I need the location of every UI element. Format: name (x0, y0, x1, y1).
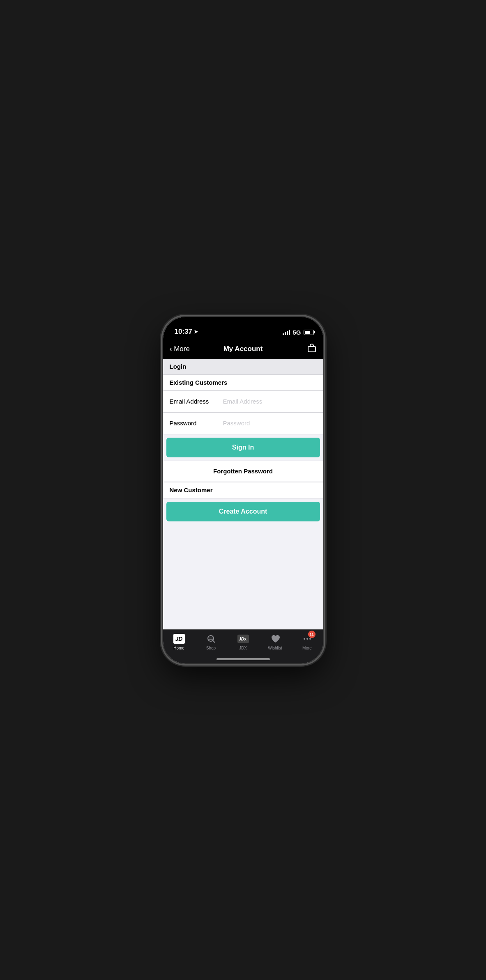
email-section: Email Address (163, 391, 323, 413)
wishlist-tab-icon (269, 633, 281, 645)
create-account-container: Create Account (163, 502, 323, 521)
back-button[interactable]: ‹ More (170, 344, 190, 353)
tab-bar: JD Home Shop (163, 629, 323, 663)
dynamic-island (219, 322, 268, 336)
password-section: Password (163, 413, 323, 434)
screen: 10:37 ➤ 5G (163, 317, 323, 663)
email-label: Email Address (170, 398, 223, 405)
status-right: 5G (283, 329, 315, 336)
signal-bar-1 (283, 333, 284, 335)
existing-customers-text: Existing Customers (170, 379, 228, 386)
svg-line-2 (213, 640, 215, 643)
gray-filler (163, 525, 323, 629)
new-customer-text: New Customer (170, 487, 213, 493)
svg-point-8 (304, 638, 305, 640)
status-time: 10:37 ➤ (175, 328, 198, 336)
home-indicator (217, 658, 270, 660)
more-tab-label: More (302, 646, 312, 650)
new-customer-header: New Customer (163, 482, 323, 498)
shop-tab-label: Shop (206, 646, 216, 650)
svg-point-10 (309, 638, 311, 640)
forgotten-password-text: Forgotten Password (213, 468, 273, 475)
bag-button[interactable] (307, 343, 317, 355)
main-content: Login Existing Customers Email Address (163, 359, 323, 663)
email-row: Email Address (163, 391, 323, 412)
home-tab-label: Home (173, 646, 184, 650)
svg-point-9 (306, 638, 308, 640)
tab-wishlist[interactable]: Wishlist (259, 633, 291, 650)
jdx-tab-icon: JD x (237, 633, 249, 645)
location-arrow-icon: ➤ (194, 329, 198, 335)
email-input[interactable] (223, 398, 317, 405)
svg-text:x: x (244, 637, 246, 641)
svg-rect-0 (308, 347, 316, 352)
more-tab-icon: 11 (302, 633, 313, 645)
time-display: 10:37 (175, 328, 192, 336)
password-label: Password (170, 420, 223, 427)
phone-frame: 10:37 ➤ 5G (163, 317, 323, 663)
scrollable-content[interactable]: Login Existing Customers Email Address (163, 359, 323, 629)
signal-bar-4 (289, 330, 290, 335)
login-header-text: Login (170, 363, 187, 370)
forgotten-password-row[interactable]: Forgotten Password (163, 461, 323, 482)
sign-in-container: Sign In (163, 438, 323, 457)
shop-tab-icon (205, 633, 217, 645)
create-account-button[interactable]: Create Account (166, 502, 320, 521)
page-title: My Account (223, 345, 263, 353)
password-input[interactable] (223, 420, 317, 427)
home-tab-icon: JD (173, 633, 185, 645)
svg-text:JD: JD (238, 637, 244, 641)
battery-icon (304, 330, 315, 335)
password-row: Password (163, 413, 323, 434)
nav-header: ‹ More My Account (163, 339, 323, 359)
jd-logo: JD (173, 634, 185, 644)
back-label: More (174, 345, 190, 353)
sign-in-button[interactable]: Sign In (166, 438, 320, 457)
tab-jdx[interactable]: JD x JDX (227, 633, 259, 650)
tab-shop[interactable]: Shop (195, 633, 227, 650)
existing-customers-header: Existing Customers (163, 375, 323, 391)
more-badge: 11 (308, 631, 316, 638)
wishlist-tab-label: Wishlist (268, 646, 282, 650)
login-section-header: Login (163, 359, 323, 375)
tab-more[interactable]: 11 More (291, 633, 323, 650)
jdx-tab-label: JDX (239, 646, 247, 650)
signal-bars (283, 329, 290, 335)
tab-home[interactable]: JD Home (163, 633, 195, 650)
back-chevron-icon: ‹ (170, 344, 173, 353)
signal-bar-2 (285, 332, 286, 335)
signal-bar-3 (287, 331, 288, 335)
network-type: 5G (293, 329, 301, 336)
